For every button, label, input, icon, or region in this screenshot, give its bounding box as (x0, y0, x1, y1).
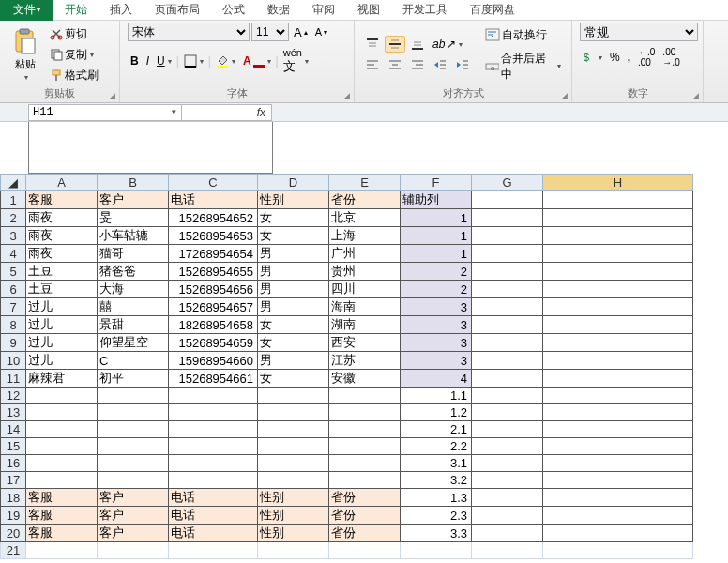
table-row[interactable]: 9过儿仰望星空15268954659女西安3 (1, 334, 693, 352)
cell[interactable] (543, 316, 693, 334)
tab-dev[interactable]: 开发工具 (391, 0, 459, 21)
cell[interactable]: 3.1 (401, 455, 472, 472)
cell[interactable]: 客户 (98, 489, 169, 507)
cell[interactable] (26, 472, 98, 489)
cell[interactable] (98, 455, 169, 472)
cell[interactable] (169, 438, 258, 455)
row-header[interactable]: 11 (1, 370, 26, 388)
cell[interactable] (472, 388, 543, 404)
fx-button[interactable]: fx (182, 104, 272, 121)
cell[interactable] (472, 507, 543, 525)
col-header-C[interactable]: C (169, 175, 258, 191)
table-row[interactable]: 3雨夜小车轱辘15268954653女上海1 (1, 227, 693, 245)
cell[interactable]: 贵州 (329, 263, 401, 281)
cell[interactable]: 电话 (169, 525, 258, 542)
cell[interactable] (543, 388, 693, 404)
cell[interactable] (472, 245, 543, 263)
cell[interactable] (472, 352, 543, 370)
underline-button[interactable]: U▾ (154, 53, 174, 69)
cell[interactable]: 15268954653 (169, 227, 258, 245)
dialog-launcher-icon[interactable]: ◢ (109, 91, 115, 100)
cell[interactable]: 4 (401, 370, 472, 388)
cell[interactable] (543, 227, 693, 245)
cell[interactable] (169, 404, 258, 421)
cell[interactable]: 猪爸爸 (98, 263, 169, 281)
select-all-corner[interactable]: ◢ (1, 175, 26, 191)
cell[interactable] (26, 438, 98, 455)
chevron-down-icon[interactable]: ▾ (171, 105, 177, 119)
cell[interactable] (98, 542, 169, 559)
cell[interactable] (543, 421, 693, 438)
tab-view[interactable]: 视图 (346, 0, 391, 21)
cell[interactable]: 初平 (98, 370, 169, 388)
cell[interactable]: 雨夜 (26, 227, 98, 245)
col-header-H[interactable]: H (543, 175, 693, 191)
cell[interactable]: 湖南 (329, 316, 401, 334)
cell[interactable]: 上海 (329, 227, 401, 245)
cell[interactable] (472, 472, 543, 489)
cell[interactable]: 2.3 (401, 507, 472, 525)
cell[interactable]: 女 (258, 209, 329, 227)
cell[interactable]: 3 (401, 316, 472, 334)
table-row[interactable]: 142.1 (1, 421, 693, 438)
cell[interactable]: 1.2 (401, 404, 472, 421)
cell[interactable]: 仰望星空 (98, 334, 169, 352)
cell[interactable] (329, 542, 401, 559)
font-color-button[interactable]: A▾ (240, 53, 274, 69)
cell[interactable]: 性别 (258, 489, 329, 507)
table-row[interactable]: 1客服客户电话性别省份辅助列 (1, 191, 693, 209)
align-middle-button[interactable] (385, 36, 405, 53)
cell[interactable] (472, 404, 543, 421)
table-row[interactable]: 6土豆大海15268954656男四川2 (1, 281, 693, 298)
cell[interactable]: 旻 (98, 209, 169, 227)
row-header[interactable]: 15 (1, 438, 26, 455)
cell[interactable] (543, 525, 693, 542)
cell[interactable] (543, 298, 693, 316)
cell[interactable]: 电话 (169, 507, 258, 525)
table-row[interactable]: 20客服客户电话性别省份3.3 (1, 525, 693, 542)
cell[interactable]: 省份 (329, 191, 401, 209)
align-left-button[interactable] (362, 56, 383, 73)
cell[interactable] (329, 421, 401, 438)
cell[interactable]: 1.3 (401, 489, 472, 507)
cell[interactable] (169, 421, 258, 438)
cell[interactable]: 安徽 (329, 370, 401, 388)
cell[interactable] (258, 455, 329, 472)
row-header[interactable]: 3 (1, 227, 26, 245)
row-header[interactable]: 9 (1, 334, 26, 352)
cell[interactable]: 雨夜 (26, 245, 98, 263)
tab-file[interactable]: 文件▾ (0, 0, 53, 21)
cell[interactable] (543, 263, 693, 281)
italic-button[interactable]: I (144, 53, 152, 69)
cell[interactable]: 性别 (258, 191, 329, 209)
cell[interactable]: 3 (401, 298, 472, 316)
cell[interactable] (543, 334, 693, 352)
cell[interactable]: 男 (258, 352, 329, 370)
number-format-select[interactable]: 常规 (580, 23, 698, 41)
cell[interactable]: 男 (258, 281, 329, 298)
table-row[interactable]: 163.1 (1, 455, 693, 472)
cell[interactable]: 15968954660 (169, 352, 258, 370)
cell[interactable]: 1.1 (401, 388, 472, 404)
cell[interactable]: 过儿 (26, 352, 98, 370)
row-header[interactable]: 16 (1, 455, 26, 472)
cell[interactable] (543, 489, 693, 507)
table-row[interactable]: 173.2 (1, 472, 693, 489)
cell[interactable]: 男 (258, 245, 329, 263)
row-header[interactable]: 13 (1, 404, 26, 421)
orientation-button[interactable]: ab↗▾ (430, 36, 465, 53)
increase-decimal-button[interactable]: ←.0.00 (635, 45, 658, 69)
cell[interactable]: 客服 (26, 489, 98, 507)
cell[interactable]: 景甜 (98, 316, 169, 334)
dialog-launcher-icon[interactable]: ◢ (561, 91, 568, 100)
row-header[interactable]: 17 (1, 472, 26, 489)
cell[interactable] (98, 421, 169, 438)
table-row[interactable]: 11麻辣君初平15268954661女安徽4 (1, 370, 693, 388)
cell[interactable] (472, 370, 543, 388)
cell[interactable] (472, 455, 543, 472)
cell[interactable]: 3 (401, 352, 472, 370)
cell[interactable] (401, 542, 472, 559)
row-header[interactable]: 10 (1, 352, 26, 370)
cell[interactable]: 海南 (329, 298, 401, 316)
name-box[interactable]: H11▾ (28, 104, 182, 121)
